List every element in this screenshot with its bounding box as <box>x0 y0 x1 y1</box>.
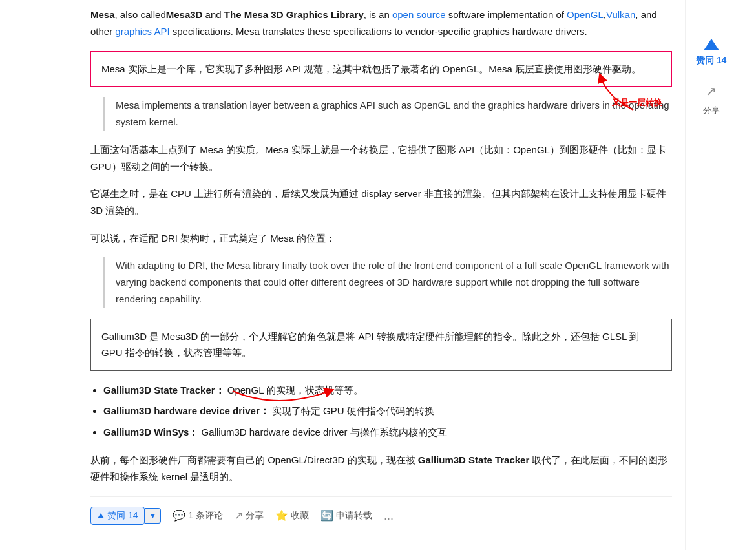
share-action[interactable]: ↗ 分享 <box>235 507 264 524</box>
blockquote-2: With adapting to DRI, the Mesa library f… <box>103 257 672 308</box>
paragraph-2: 它诞生之时，是在 CPU 上进行所有渲染的，后续又发展为通过 display s… <box>90 185 672 220</box>
paragraph-1: 上面这句话基本上点到了 Mesa 的实质。Mesa 实际上就是一个转换层，它提供… <box>90 142 672 176</box>
apply-action[interactable]: 🔄 申请转载 <box>320 507 372 524</box>
vote-label: 赞同 14 <box>107 510 138 522</box>
bullet-list: Gallium3D State Tracker： OpenGL 的实现，状态机等… <box>103 381 672 442</box>
list-item-1-text: OpenGL 的实现，状态机等等。 <box>227 385 363 396</box>
vulkan-link[interactable]: Vulkan <box>606 9 635 20</box>
highlighted-box-1: Mesa 实际上是一个库，它实现了多种图形 API 规范，这其中就包括了最著名的… <box>90 51 672 87</box>
list-item-3-text: Gallium3D hardware device driver 与操作系统内核… <box>202 427 447 438</box>
highlighted-box-2: Gallium3D 是 Mesa3D 的一部分，个人理解它的角色就是将 API … <box>90 319 672 371</box>
apply-label: 申请转载 <box>336 508 372 524</box>
sidebar-vote-up-button[interactable] <box>704 39 719 50</box>
right-sidebar: 赞同 14 ↗ 分享 <box>685 0 737 550</box>
sidebar-share-section[interactable]: ↗ 分享 <box>703 80 720 118</box>
favorite-action[interactable]: ⭐ 收藏 <box>275 507 309 524</box>
apply-icon: 🔄 <box>320 507 333 524</box>
list-item-2-label: Gallium3D hardware device driver： <box>103 405 269 416</box>
graphics-api-link[interactable]: graphics API <box>115 26 169 37</box>
share-label: 分享 <box>246 508 264 524</box>
sidebar-share-label: 分享 <box>703 103 720 118</box>
vote-button-group: 赞同 14 ▼ <box>90 507 161 525</box>
highlighted-text-2: Gallium3D 是 Mesa3D 的一部分，个人理解它的角色就是将 API … <box>101 331 639 359</box>
comment-label: 1 条评论 <box>188 508 223 524</box>
favorite-icon: ⭐ <box>275 507 288 524</box>
more-action[interactable]: ... <box>384 506 394 526</box>
highlighted-text-1: Mesa 实际上是一个库，它实现了多种图形 API 规范，这其中就包括了最著名的… <box>101 63 641 74</box>
sidebar-vote-section: 赞同 14 <box>696 39 726 69</box>
paragraph-4: 从前，每个图形硬件厂商都需要有自己的 OpenGL/Direct3D 的实现，现… <box>90 452 672 486</box>
comment-icon: 💬 <box>173 507 185 524</box>
gallium3d-state-tracker-bold: Gallium3D State Tracker <box>418 454 530 465</box>
share-icon: ↗ <box>235 507 243 524</box>
blockquote-text-2: With adapting to DRI, the Mesa library f… <box>116 260 669 305</box>
more-dots-icon: ... <box>384 509 394 522</box>
main-content: Mesa, also calledMesa3D and The Mesa 3D … <box>0 0 685 550</box>
comment-action[interactable]: 💬 1 条评论 <box>173 507 223 524</box>
vote-button[interactable]: 赞同 14 <box>90 507 145 525</box>
annotation-yishi: 又是一层转换 <box>612 96 662 110</box>
blockquote-text-1: Mesa implements a translation layer betw… <box>116 100 669 127</box>
blockquote-1: Mesa implements a translation layer betw… <box>103 97 672 131</box>
vote-up-icon <box>98 513 104 518</box>
mesa-library-bold: The Mesa 3D Graphics Library <box>224 9 364 20</box>
list-item-3: Gallium3D WinSys： Gallium3D hardware dev… <box>103 423 672 442</box>
favorite-label: 收藏 <box>291 508 309 524</box>
mesa-bold: Mesa <box>90 9 115 20</box>
list-item-1: Gallium3D State Tracker： OpenGL 的实现，状态机等… <box>103 381 672 400</box>
sidebar-vote-label: 赞同 14 <box>696 55 726 65</box>
list-item-2: Gallium3D hardware device driver： 实现了特定 … <box>103 402 672 421</box>
opengl-link[interactable]: OpenGL <box>567 9 604 20</box>
sidebar-vote-count: 赞同 14 <box>696 53 726 69</box>
paragraph-3: 可以说，在适配 DRI 架构时，正式奠定了 Mesa 的位置： <box>90 230 672 247</box>
vote-dropdown-button[interactable]: ▼ <box>145 508 161 524</box>
sidebar-share-icon: ↗ <box>706 80 717 102</box>
top-paragraph: Mesa, also calledMesa3D and The Mesa 3D … <box>90 6 672 41</box>
mesa3d-bold: Mesa3D <box>166 9 203 20</box>
bottom-action-bar: 赞同 14 ▼ 💬 1 条评论 ↗ 分享 ⭐ 收藏 🔄 申请转载 . <box>90 496 672 526</box>
open-source-link[interactable]: open source <box>392 9 446 20</box>
page-wrapper: Mesa, also calledMesa3D and The Mesa 3D … <box>0 0 756 550</box>
list-item-1-label: Gallium3D State Tracker： <box>103 385 225 396</box>
list-item-3-label: Gallium3D WinSys： <box>103 427 198 438</box>
list-item-2-text: 实现了特定 GPU 硬件指令代码的转换 <box>272 405 434 416</box>
